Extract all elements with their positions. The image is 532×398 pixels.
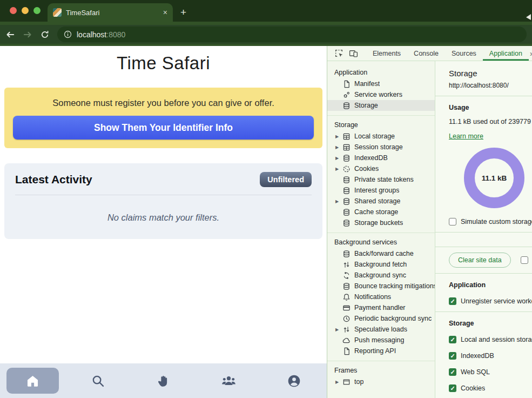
sidebar-item-notifications[interactable]: ▶ Notifications xyxy=(327,291,435,302)
sidebar-section-storage: Storage xyxy=(327,119,435,131)
sidebar-item-storage[interactable]: ▶ Storage xyxy=(327,100,435,111)
database-icon xyxy=(342,154,351,162)
registration-alert: Someone must register you before you can… xyxy=(4,88,322,148)
tab-console[interactable]: Console xyxy=(407,46,445,61)
web-sql-checkbox[interactable]: ✓ xyxy=(449,368,456,376)
frame-icon xyxy=(342,378,351,386)
back-icon[interactable] xyxy=(5,30,15,39)
browser-tab[interactable]: TimeSafari × xyxy=(48,3,173,22)
usage-heading: Usage xyxy=(449,104,532,111)
devtools-tab-bar: Elements Console Sources Application » xyxy=(327,46,532,61)
expander-icon[interactable]: ▶ xyxy=(335,167,342,171)
sidebar-item-local-storage[interactable]: ▶ Local storage xyxy=(327,131,435,142)
address-bar[interactable]: localhost:8080 xyxy=(57,26,527,42)
more-tabs-icon[interactable]: » xyxy=(530,49,532,58)
sidebar-item-back-forward-cache[interactable]: ▶ Back/forward cache xyxy=(327,248,435,259)
sidebar-item-storage-buckets[interactable]: ▶ Storage buckets xyxy=(327,217,435,228)
sidebar-item-push-messaging[interactable]: ▶ Push messaging xyxy=(327,335,435,346)
payment-card-icon xyxy=(342,304,351,312)
indexeddb-checkbox[interactable]: ✓ xyxy=(449,352,456,360)
table-icon xyxy=(342,143,351,151)
alert-message: Someone must register you before you can… xyxy=(13,98,314,108)
database-icon xyxy=(342,102,351,110)
device-toolbar-icon[interactable] xyxy=(349,49,358,58)
database-icon xyxy=(342,219,351,227)
hand-icon xyxy=(156,374,171,388)
sidebar-item-speculative-loads[interactable]: ▶ Speculative loads xyxy=(327,324,435,335)
nav-contacts[interactable] xyxy=(196,363,261,398)
cookie-icon xyxy=(342,165,351,173)
indexeddb-row: ✓ IndexedDB xyxy=(449,352,532,360)
expander-icon[interactable]: ▶ xyxy=(335,380,342,384)
web-sql-row: ✓ Web SQL xyxy=(449,368,532,376)
home-icon xyxy=(25,374,40,388)
section-divider xyxy=(327,115,435,116)
site-info-icon[interactable] xyxy=(64,30,72,38)
sidebar-item-indexeddb[interactable]: ▶ IndexedDB xyxy=(327,152,435,163)
sidebar-item-bounce-tracking-mitigations[interactable]: ▶ Bounce tracking mitigations xyxy=(327,281,435,291)
database-icon xyxy=(342,176,351,184)
expander-icon[interactable]: ▶ xyxy=(335,156,342,161)
nav-home[interactable] xyxy=(0,363,65,398)
sidebar-item-interest-groups[interactable]: ▶ Interest groups xyxy=(327,185,435,196)
browser-tab-bar: TimeSafari × + xyxy=(0,0,532,22)
nav-profile[interactable] xyxy=(261,363,327,398)
sidebar-item-cookies[interactable]: ▶ Cookies xyxy=(327,163,435,174)
new-tab-button[interactable]: + xyxy=(180,6,186,18)
sidebar-item-top-frame[interactable]: ▶ top xyxy=(327,376,435,387)
devtools-sidebar: Application ▶ Manifest ▶ Service workers… xyxy=(327,61,435,398)
third-party-cookies-checkbox[interactable] xyxy=(521,256,528,264)
clear-site-data-row: Clear site data including third-party co… xyxy=(435,247,532,273)
tab-sources[interactable]: Sources xyxy=(445,46,483,61)
sidebar-item-private-state-tokens[interactable]: ▶ Private state tokens xyxy=(327,174,435,185)
local-session-storage-checkbox[interactable]: ✓ xyxy=(449,336,456,343)
sidebar-item-cache-storage[interactable]: ▶ Cache storage xyxy=(327,207,435,217)
reload-icon[interactable] xyxy=(40,30,50,39)
sidebar-item-periodic-background-sync[interactable]: ▶ Periodic background sync xyxy=(327,313,435,324)
page-content: Time Safari Someone must register you be… xyxy=(0,46,327,398)
database-icon xyxy=(342,250,351,258)
timesafari-favicon-icon xyxy=(53,8,62,17)
storage-pane-title: Storage xyxy=(449,69,532,78)
empty-claims-message: No claims match your filters. xyxy=(15,213,312,223)
close-window-button[interactable] xyxy=(10,7,17,14)
home-active-pill xyxy=(6,368,59,394)
learn-more-link[interactable]: Learn more xyxy=(449,132,483,140)
inspect-element-icon[interactable] xyxy=(334,49,344,58)
minimize-window-button[interactable] xyxy=(22,7,29,14)
zoom-window-button[interactable] xyxy=(33,7,41,14)
person-circle-icon xyxy=(287,374,301,388)
forward-icon[interactable] xyxy=(23,30,32,39)
nav-projects[interactable] xyxy=(131,363,196,398)
tab-elements[interactable]: Elements xyxy=(366,46,407,61)
sidebar-item-manifest[interactable]: ▶ Manifest xyxy=(327,78,435,89)
cookies-checkbox[interactable]: ✓ xyxy=(449,384,456,392)
usage-donut-chart: 11.1 kB xyxy=(464,148,524,208)
tab-application[interactable]: Application xyxy=(483,46,529,61)
sidebar-item-background-sync[interactable]: ▶ Background sync xyxy=(327,270,435,281)
sidebar-item-reporting-api[interactable]: ▶ Reporting API xyxy=(327,346,435,356)
show-identifier-info-button[interactable]: Show Them Your Identifier Info xyxy=(13,116,314,140)
nav-search[interactable] xyxy=(65,363,131,398)
expander-icon[interactable]: ▶ xyxy=(335,145,342,150)
empty-strip xyxy=(435,233,532,247)
expander-icon[interactable]: ▶ xyxy=(335,134,342,139)
expander-icon[interactable]: ▶ xyxy=(335,199,342,204)
clear-site-data-button[interactable]: Clear site data xyxy=(449,253,511,268)
sidebar-item-payment-handler[interactable]: ▶ Payment handler xyxy=(327,302,435,313)
window-controls xyxy=(10,7,41,14)
sidebar-item-background-fetch[interactable]: ▶ Background fetch xyxy=(327,259,435,270)
sidebar-item-service-workers[interactable]: ▶ Service workers xyxy=(327,89,435,100)
expander-icon[interactable]: ▶ xyxy=(335,327,342,332)
up-down-arrows-icon xyxy=(342,261,351,269)
tab-close-icon[interactable]: × xyxy=(163,9,167,16)
simulate-quota-checkbox[interactable] xyxy=(449,218,456,225)
sidebar-item-session-storage[interactable]: ▶ Session storage xyxy=(327,142,435,152)
database-icon xyxy=(342,208,351,216)
gears-icon xyxy=(342,91,351,99)
unregister-service-workers-checkbox[interactable]: ✓ xyxy=(449,297,456,305)
sidebar-item-shared-storage[interactable]: ▶ Shared storage xyxy=(327,196,435,207)
unfiltered-button[interactable]: Unfiltered xyxy=(260,172,312,187)
donut-label: 11.1 kB xyxy=(464,148,524,208)
bell-icon xyxy=(342,293,351,301)
